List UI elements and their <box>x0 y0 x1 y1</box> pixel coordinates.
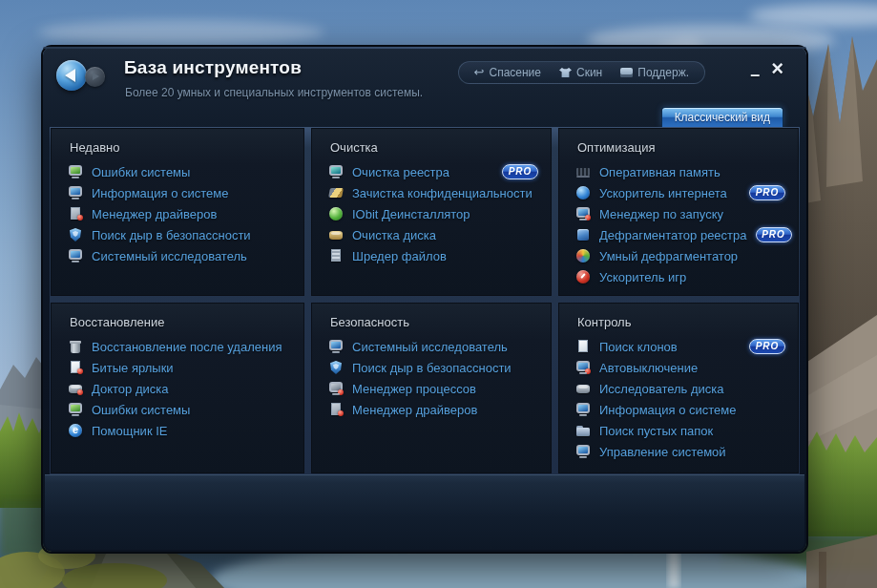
startup-monitor-icon <box>575 206 591 221</box>
tool-item[interactable]: Менеджер процессов <box>311 378 552 399</box>
classic-view-tab[interactable]: Классический вид <box>661 107 783 127</box>
tool-item[interactable]: Менеджер драйверов <box>311 399 552 420</box>
clone-doc-icon <box>575 339 591 354</box>
tool-item[interactable]: Поиск дыр в безопассности <box>311 357 552 378</box>
tool-label: Ускоритель интернета <box>599 186 727 200</box>
rescue-arrow-icon: ↩ <box>474 67 485 78</box>
tool-label: Помощник IE <box>92 424 167 438</box>
support-icon <box>620 68 633 77</box>
shield-icon <box>68 227 83 242</box>
tool-label: Информация о системе <box>599 403 737 417</box>
ie-globe-icon <box>68 423 83 438</box>
shield-icon <box>328 360 344 375</box>
tool-item[interactable]: Информация о системе <box>558 399 799 420</box>
tool-label: Системный исследователь <box>92 249 247 263</box>
rescue-link-label: Спасение <box>489 66 541 79</box>
minimize-button[interactable]: – <box>750 70 760 79</box>
shutdown-monitor-icon <box>575 360 591 375</box>
tool-label: Очистка диска <box>352 228 436 242</box>
process-monitor-icon <box>328 381 344 396</box>
tool-item[interactable]: Ускоритель интернетаPRO <box>558 182 799 203</box>
tool-item[interactable]: Шредер файлов <box>311 245 552 266</box>
disk-yellow-icon <box>328 227 344 242</box>
tool-item[interactable]: Менеджер драйверов <box>51 203 304 224</box>
tool-label: Умный дефрагментатор <box>599 249 738 263</box>
tool-item[interactable]: Информация о системе <box>51 182 304 203</box>
tool-label: Управление системой <box>599 445 726 459</box>
tool-label: Оперативная память <box>599 165 720 179</box>
tool-label: Поиск пустых папок <box>599 424 713 438</box>
globe-icon <box>575 185 591 200</box>
section-recent: НедавноОшибки системыИнформация о систем… <box>51 128 304 296</box>
tool-label: Автовыключение <box>599 361 698 375</box>
tool-item[interactable]: Помощник IE <box>51 420 304 441</box>
tool-item[interactable]: Зачистка конфиденциальности <box>311 182 552 203</box>
header-links: ↩ Спасение Скин Поддерж. <box>458 61 705 84</box>
tool-label: Менеджер драйверов <box>352 403 477 417</box>
toolbox-window: База инструментов Более 20 умных и специ… <box>43 47 806 552</box>
tool-item[interactable]: Управление системой <box>558 441 799 462</box>
monitor-blue-icon <box>575 402 591 417</box>
close-button[interactable]: × <box>771 59 783 78</box>
tool-label: Поиск дыр в безопассности <box>352 361 512 375</box>
tool-item[interactable]: Автовыключение <box>558 357 799 378</box>
support-link[interactable]: Поддерж. <box>620 66 689 79</box>
tool-item[interactable]: Восстановление после удаления <box>51 336 304 357</box>
back-button[interactable] <box>56 60 87 91</box>
registry-brush-icon <box>328 164 344 179</box>
tool-item[interactable]: Поиск клоновPRO <box>558 336 799 357</box>
pro-badge: PRO <box>749 185 785 200</box>
tool-label: IObit Деинсталлятор <box>352 207 470 221</box>
section-title: Контроль <box>558 303 799 336</box>
tool-label: Битые ярлыки <box>92 361 174 375</box>
tool-item[interactable]: Ошибки системы <box>51 399 304 420</box>
monitor-blue-icon <box>575 444 591 459</box>
monitor-blue-icon <box>68 185 83 200</box>
monitor-blue-icon <box>68 248 83 263</box>
tool-label: Ошибки системы <box>92 165 190 179</box>
tool-item[interactable]: Системный исследователь <box>51 245 304 266</box>
window-controls: – × <box>750 59 783 79</box>
tool-label: Восстановление после удаления <box>92 340 282 354</box>
defrag-swirl-icon <box>575 248 591 263</box>
empty-folder-icon <box>575 423 591 438</box>
tool-item[interactable]: Очистка диска <box>311 224 552 245</box>
game-speedometer-icon <box>575 269 591 284</box>
tshirt-icon <box>559 68 572 77</box>
tool-item[interactable]: Очистка реестраPRO <box>311 161 552 182</box>
tool-label: Ускоритель игр <box>599 270 686 284</box>
tools-grid: НедавноОшибки системыИнформация о систем… <box>50 127 800 474</box>
section-security: БезопасностьСистемный исследовательПоиск… <box>311 303 552 473</box>
disk-doctor-icon <box>68 381 83 396</box>
section-title: Очистка <box>311 128 552 161</box>
tool-item[interactable]: Дефрагментатор реестраPRO <box>558 224 799 245</box>
tool-item[interactable]: Ошибки системы <box>51 161 304 182</box>
registry-cube-icon <box>575 227 591 242</box>
support-link-label: Поддерж. <box>637 66 689 79</box>
tool-item[interactable]: Доктор диска <box>51 378 304 399</box>
tool-item[interactable]: Системный исследователь <box>311 336 552 357</box>
rescue-link[interactable]: ↩ Спасение <box>474 66 541 79</box>
section-recovery: ВосстановлениеВосстановление после удале… <box>51 303 304 473</box>
tool-item[interactable]: Ускоритель игр <box>558 266 799 287</box>
section-title: Недавно <box>51 128 304 161</box>
tool-label: Поиск дыр в безопассности <box>92 228 251 242</box>
tool-item[interactable]: Умный дефрагментатор <box>558 245 799 266</box>
privacy-broom-icon <box>328 185 344 200</box>
skin-link[interactable]: Скин <box>559 66 602 79</box>
tool-item[interactable]: Оперативная память <box>558 161 799 182</box>
forward-button[interactable] <box>85 67 105 87</box>
undelete-trash-icon <box>68 339 83 354</box>
section-title: Безопасность <box>311 303 552 336</box>
broken-shortcut-icon <box>68 360 83 375</box>
pro-badge: PRO <box>749 339 785 354</box>
tool-item[interactable]: Поиск дыр в безопассности <box>51 224 304 245</box>
skin-link-label: Скин <box>576 66 602 79</box>
tool-label: Менеджер по запуску <box>599 207 723 221</box>
tool-item[interactable]: IObit Деинсталлятор <box>311 203 552 224</box>
tool-item[interactable]: Менеджер по запуску <box>558 203 799 224</box>
tool-item[interactable]: Битые ярлыки <box>51 357 304 378</box>
tool-item[interactable]: Исследователь диска <box>558 378 799 399</box>
tool-item[interactable]: Поиск пустых папок <box>558 420 799 441</box>
uninstaller-recycle-icon <box>328 206 344 221</box>
